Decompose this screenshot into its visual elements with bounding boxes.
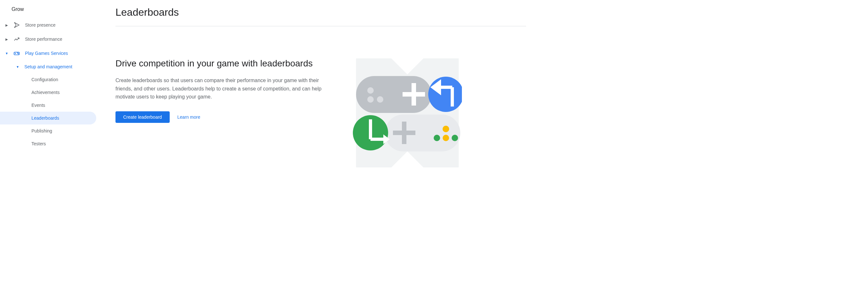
controller-icon (13, 50, 20, 57)
sidebar-item-label: Leaderboards (31, 116, 59, 121)
svg-point-19 (443, 135, 449, 141)
sidebar-section-header: Grow (0, 6, 96, 18)
illustration (353, 58, 462, 169)
svg-point-15 (452, 135, 458, 141)
play-icon (13, 22, 20, 28)
sidebar-item-setup-management[interactable]: ▼ Setup and management (0, 60, 96, 73)
svg-point-7 (377, 96, 383, 103)
svg-point-14 (434, 135, 440, 141)
sidebar-item-events[interactable]: Events (0, 99, 96, 111)
create-leaderboard-button[interactable]: Create leaderboard (116, 111, 170, 123)
svg-point-11 (428, 77, 462, 112)
learn-more-link[interactable]: Learn more (177, 115, 200, 120)
sidebar-item-label: Testers (31, 141, 46, 146)
sidebar-item-label: Setup and management (24, 64, 72, 69)
sidebar: Grow ▶ Store presence ▶ Store performanc… (0, 0, 96, 290)
svg-point-18 (443, 126, 449, 132)
page-title: Leaderboards (116, 6, 526, 26)
svg-point-4 (18, 54, 19, 54)
sidebar-item-leaderboards[interactable]: Leaderboards (0, 111, 96, 125)
svg-rect-10 (411, 83, 416, 105)
sidebar-item-publishing[interactable]: Publishing (0, 125, 96, 137)
sidebar-item-configuration[interactable]: Configuration (0, 73, 96, 86)
sidebar-item-label: Store performance (25, 37, 62, 42)
page-description: Create leaderboards so that users can co… (116, 76, 334, 101)
sidebar-item-label: Configuration (31, 77, 58, 82)
chevron-down-icon: ▼ (16, 65, 19, 68)
sidebar-item-testers[interactable]: Testers (0, 137, 96, 150)
chevron-right-icon: ▶ (5, 24, 8, 27)
svg-point-6 (367, 87, 374, 94)
chevron-right-icon: ▶ (5, 37, 8, 41)
sidebar-item-label: Play Games Services (25, 51, 68, 56)
sidebar-item-store-performance[interactable]: ▶ Store performance (0, 32, 96, 46)
svg-point-3 (18, 53, 18, 53)
sidebar-item-label: Store presence (25, 23, 56, 28)
main-content: Leaderboards Drive competition in your g… (96, 0, 545, 290)
chart-icon (13, 36, 20, 42)
svg-point-8 (367, 96, 374, 103)
svg-rect-21 (402, 122, 406, 144)
sidebar-item-label: Events (31, 103, 45, 108)
sidebar-item-play-games-services[interactable]: ▼ Play Games Services (0, 46, 96, 60)
actions: Create leaderboard Learn more (116, 111, 334, 123)
sidebar-item-label: Publishing (31, 128, 52, 133)
sidebar-item-label: Achievements (31, 90, 60, 95)
chevron-down-icon: ▼ (5, 52, 8, 55)
page-subtitle: Drive competition in your game with lead… (116, 58, 334, 69)
content-row: Drive competition in your game with lead… (116, 58, 526, 169)
sidebar-item-achievements[interactable]: Achievements (0, 86, 96, 99)
sidebar-item-store-presence[interactable]: ▶ Store presence (0, 18, 96, 32)
content-text: Drive competition in your game with lead… (116, 58, 334, 123)
